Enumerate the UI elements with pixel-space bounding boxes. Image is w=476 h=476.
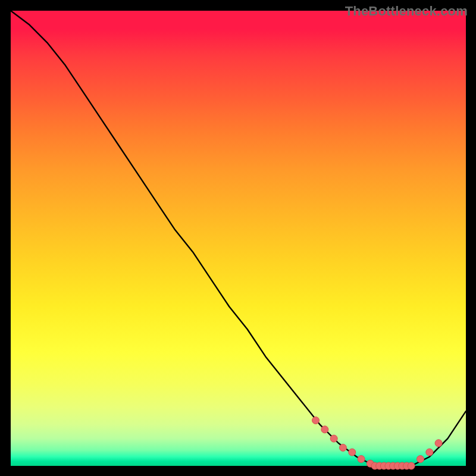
highlight-markers [312, 417, 443, 470]
highlight-marker [358, 456, 365, 463]
bottleneck-curve [11, 11, 466, 466]
highlight-marker [408, 462, 415, 469]
highlight-marker [435, 440, 442, 447]
highlight-marker [321, 426, 328, 433]
watermark-text: TheBottleneck.com [345, 4, 468, 19]
curve-layer [11, 11, 466, 466]
chart-stage: TheBottleneck.com [0, 0, 476, 476]
highlight-marker [339, 444, 346, 451]
highlight-marker [312, 417, 320, 424]
chart-svg [11, 11, 466, 466]
plot-area [11, 11, 466, 466]
highlight-marker [330, 435, 337, 442]
highlight-marker [426, 449, 433, 456]
highlight-marker [417, 456, 424, 463]
highlight-marker [349, 449, 356, 456]
